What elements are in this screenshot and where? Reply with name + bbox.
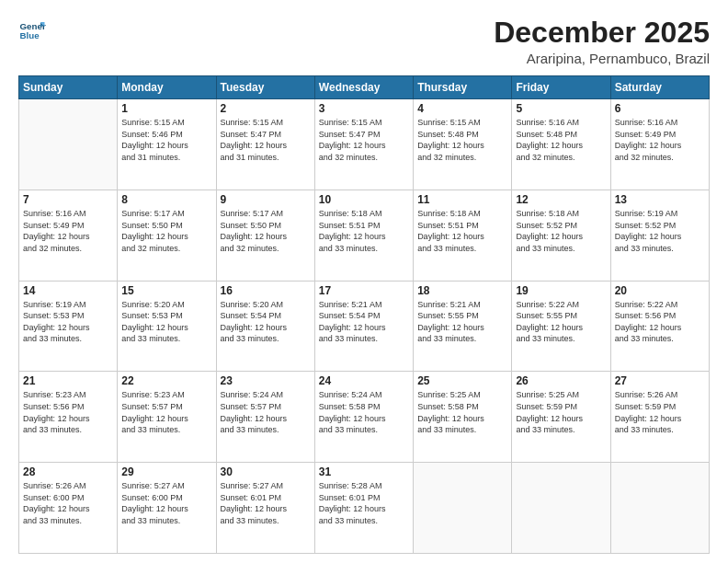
day-info: Sunrise: 5:18 AM Sunset: 5:52 PM Dayligh… [516,208,606,254]
day-info: Sunrise: 5:26 AM Sunset: 5:59 PM Dayligh… [615,389,705,435]
day-number: 4 [417,102,507,115]
calendar-cell: 26Sunrise: 5:25 AM Sunset: 5:59 PM Dayli… [512,372,610,463]
day-number: 22 [121,374,211,387]
calendar-week-row: 1Sunrise: 5:15 AM Sunset: 5:46 PM Daylig… [19,99,710,190]
day-info: Sunrise: 5:15 AM Sunset: 5:47 PM Dayligh… [319,117,409,163]
calendar-cell: 3Sunrise: 5:15 AM Sunset: 5:47 PM Daylig… [314,99,413,190]
header-friday: Friday [512,76,610,99]
day-number: 9 [221,193,311,206]
day-number: 13 [615,193,705,206]
day-info: Sunrise: 5:18 AM Sunset: 5:51 PM Dayligh… [417,208,507,254]
day-number: 27 [615,374,705,387]
subtitle: Araripina, Pernambuco, Brazil [494,51,710,66]
day-number: 17 [319,284,409,297]
calendar-cell: 23Sunrise: 5:24 AM Sunset: 5:57 PM Dayli… [216,372,314,463]
day-info: Sunrise: 5:20 AM Sunset: 5:54 PM Dayligh… [221,299,311,345]
calendar-cell: 10Sunrise: 5:18 AM Sunset: 5:51 PM Dayli… [314,190,413,281]
svg-text:Blue: Blue [20,30,40,40]
day-info: Sunrise: 5:15 AM Sunset: 5:47 PM Dayligh… [221,117,311,163]
day-info: Sunrise: 5:15 AM Sunset: 5:46 PM Dayligh… [121,117,211,163]
day-info: Sunrise: 5:19 AM Sunset: 5:53 PM Dayligh… [23,299,113,345]
day-number: 30 [221,465,311,478]
calendar-cell: 31Sunrise: 5:28 AM Sunset: 6:01 PM Dayli… [314,463,413,554]
day-info: Sunrise: 5:18 AM Sunset: 5:51 PM Dayligh… [319,208,409,254]
calendar-cell: 17Sunrise: 5:21 AM Sunset: 5:54 PM Dayli… [314,281,413,372]
calendar-cell: 20Sunrise: 5:22 AM Sunset: 5:56 PM Dayli… [610,281,709,372]
day-info: Sunrise: 5:15 AM Sunset: 5:48 PM Dayligh… [417,117,507,163]
day-number: 6 [615,102,705,115]
calendar-cell: 8Sunrise: 5:17 AM Sunset: 5:50 PM Daylig… [118,190,216,281]
day-info: Sunrise: 5:16 AM Sunset: 5:49 PM Dayligh… [615,117,705,163]
calendar-cell: 4Sunrise: 5:15 AM Sunset: 5:48 PM Daylig… [414,99,512,190]
calendar-cell: 11Sunrise: 5:18 AM Sunset: 5:51 PM Dayli… [414,190,512,281]
day-info: Sunrise: 5:24 AM Sunset: 5:58 PM Dayligh… [319,389,409,435]
calendar-cell: 13Sunrise: 5:19 AM Sunset: 5:52 PM Dayli… [610,190,709,281]
day-info: Sunrise: 5:27 AM Sunset: 6:01 PM Dayligh… [221,480,311,526]
calendar-cell: 29Sunrise: 5:27 AM Sunset: 6:00 PM Dayli… [118,463,216,554]
day-number: 23 [221,374,311,387]
calendar-cell: 22Sunrise: 5:23 AM Sunset: 5:57 PM Dayli… [118,372,216,463]
day-number: 10 [319,193,409,206]
day-number: 26 [516,374,606,387]
calendar-cell: 7Sunrise: 5:16 AM Sunset: 5:49 PM Daylig… [19,190,118,281]
day-number: 28 [23,465,113,478]
month-title: December 2025 [494,17,710,49]
header-sunday: Sunday [19,76,118,99]
calendar-cell: 1Sunrise: 5:15 AM Sunset: 5:46 PM Daylig… [118,99,216,190]
day-info: Sunrise: 5:22 AM Sunset: 5:55 PM Dayligh… [516,299,606,345]
day-number: 20 [615,284,705,297]
day-info: Sunrise: 5:21 AM Sunset: 5:55 PM Dayligh… [417,299,507,345]
day-info: Sunrise: 5:25 AM Sunset: 5:58 PM Dayligh… [417,389,507,435]
calendar-cell: 27Sunrise: 5:26 AM Sunset: 5:59 PM Dayli… [610,372,709,463]
day-info: Sunrise: 5:16 AM Sunset: 5:48 PM Dayligh… [516,117,606,163]
calendar-cell: 2Sunrise: 5:15 AM Sunset: 5:47 PM Daylig… [216,99,314,190]
day-number: 5 [516,102,606,115]
day-info: Sunrise: 5:24 AM Sunset: 5:57 PM Dayligh… [221,389,311,435]
day-number: 21 [23,374,113,387]
calendar-cell: 19Sunrise: 5:22 AM Sunset: 5:55 PM Dayli… [512,281,610,372]
calendar-week-row: 7Sunrise: 5:16 AM Sunset: 5:49 PM Daylig… [19,190,710,281]
day-number: 14 [23,284,113,297]
day-number: 15 [121,284,211,297]
calendar-cell: 12Sunrise: 5:18 AM Sunset: 5:52 PM Dayli… [512,190,610,281]
day-number: 1 [121,102,211,115]
calendar-cell: 18Sunrise: 5:21 AM Sunset: 5:55 PM Dayli… [414,281,512,372]
day-info: Sunrise: 5:27 AM Sunset: 6:00 PM Dayligh… [121,480,211,526]
calendar-cell [19,99,118,190]
day-number: 8 [121,193,211,206]
weekday-header-row: Sunday Monday Tuesday Wednesday Thursday… [19,76,710,99]
title-block: December 2025 Araripina, Pernambuco, Bra… [494,17,710,66]
calendar-cell [414,463,512,554]
day-number: 16 [221,284,311,297]
day-number: 3 [319,102,409,115]
calendar-cell: 15Sunrise: 5:20 AM Sunset: 5:53 PM Dayli… [118,281,216,372]
day-info: Sunrise: 5:22 AM Sunset: 5:56 PM Dayligh… [615,299,705,345]
day-number: 11 [417,193,507,206]
calendar-cell: 25Sunrise: 5:25 AM Sunset: 5:58 PM Dayli… [414,372,512,463]
day-info: Sunrise: 5:28 AM Sunset: 6:01 PM Dayligh… [319,480,409,526]
logo-icon: General Blue [18,17,46,44]
day-number: 31 [319,465,409,478]
day-info: Sunrise: 5:21 AM Sunset: 5:54 PM Dayligh… [319,299,409,345]
day-info: Sunrise: 5:17 AM Sunset: 5:50 PM Dayligh… [221,208,311,254]
header-monday: Monday [118,76,216,99]
header: General Blue December 2025 Araripina, Pe… [18,17,710,66]
header-saturday: Saturday [610,76,709,99]
day-info: Sunrise: 5:23 AM Sunset: 5:57 PM Dayligh… [121,389,211,435]
day-info: Sunrise: 5:19 AM Sunset: 5:52 PM Dayligh… [615,208,705,254]
day-number: 25 [417,374,507,387]
calendar-cell: 30Sunrise: 5:27 AM Sunset: 6:01 PM Dayli… [216,463,314,554]
calendar-cell: 9Sunrise: 5:17 AM Sunset: 5:50 PM Daylig… [216,190,314,281]
logo: General Blue [18,17,46,44]
calendar: Sunday Monday Tuesday Wednesday Thursday… [18,75,710,554]
day-info: Sunrise: 5:20 AM Sunset: 5:53 PM Dayligh… [121,299,211,345]
page: General Blue December 2025 Araripina, Pe… [0,0,728,563]
header-tuesday: Tuesday [216,76,314,99]
calendar-cell: 24Sunrise: 5:24 AM Sunset: 5:58 PM Dayli… [314,372,413,463]
calendar-cell: 21Sunrise: 5:23 AM Sunset: 5:56 PM Dayli… [19,372,118,463]
calendar-week-row: 21Sunrise: 5:23 AM Sunset: 5:56 PM Dayli… [19,372,710,463]
day-number: 24 [319,374,409,387]
day-number: 7 [23,193,113,206]
day-number: 18 [417,284,507,297]
calendar-cell: 28Sunrise: 5:26 AM Sunset: 6:00 PM Dayli… [19,463,118,554]
